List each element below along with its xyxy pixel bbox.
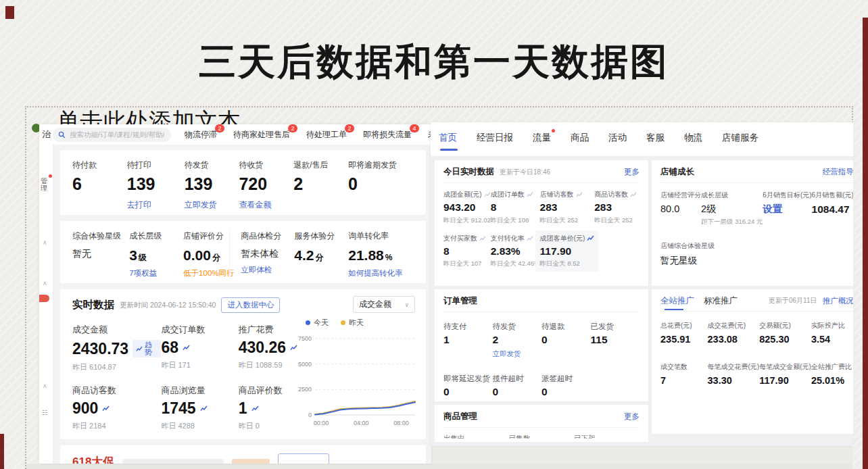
- tab-products[interactable]: 商品: [571, 122, 589, 153]
- promo-618-label: 618大促: [72, 454, 114, 464]
- mini-chart-icon[interactable]: [251, 405, 259, 412]
- chevron-up-icon[interactable]: ∧: [43, 382, 47, 389]
- clipped-text: [122, 459, 224, 464]
- notify-dot: [552, 129, 555, 132]
- stat-product-visitors: 商品访客数283昨日全天 252: [594, 190, 640, 225]
- product-management-card: 商品管理 更多 出售中 已售数 已下架: [435, 405, 648, 442]
- svg-text:08:00: 08:00: [393, 420, 409, 426]
- mini-chart-icon[interactable]: [102, 405, 110, 412]
- tab-traffic[interactable]: 流量: [533, 122, 551, 153]
- guidance-link[interactable]: 经营指导: [823, 167, 853, 177]
- stat-paying-buyers: 支付买家数8昨日全天 107: [443, 234, 491, 269]
- tab-shop-services[interactable]: 店铺服务: [722, 122, 758, 153]
- clipped-text: [232, 459, 270, 464]
- stat-pending-payment: 待付款6: [72, 159, 127, 211]
- more-link[interactable]: 更多: [624, 167, 640, 177]
- tab-logistics[interactable]: 物流: [684, 122, 702, 153]
- stat-refund-aftersale: 退款/售后2: [293, 159, 348, 211]
- stat-to-print: 待打印139去打印: [127, 159, 185, 211]
- tab-home[interactable]: 首页: [439, 122, 457, 153]
- stat-deal-count: 成交笔数7: [660, 362, 708, 386]
- sidebar-red-badge: [39, 295, 49, 302]
- mini-chart-icon[interactable]: [183, 345, 190, 351]
- menu-item-traffic-loss[interactable]: 即将损失流量4: [363, 129, 412, 141]
- metric-product-views: 商品浏览量1745昨日 4288: [161, 385, 238, 431]
- search-box[interactable]: [53, 128, 171, 142]
- stat-avg-order-value: 成团客单价(元)117.90昨日全天 8.52: [535, 230, 600, 272]
- left-dashboard: 治 物流停滞2 待商家处理售后2 待处理工单2 即将损失流量4 未读站内信68 …: [39, 124, 431, 464]
- sidebar-notify-dot: [49, 174, 52, 178]
- stat-to-ship: 待发货2立即发货: [493, 322, 542, 359]
- stat-to-ship: 待发货139立即发货: [185, 159, 239, 211]
- metric-dropdown[interactable]: 成交金额∨: [353, 296, 415, 313]
- clipped-label: 已售数: [509, 434, 575, 439]
- data-center-button[interactable]: 进入数据中心: [221, 297, 280, 313]
- view-amount-link[interactable]: 查看金额: [239, 199, 293, 211]
- tab-standard-promo[interactable]: 标准推广: [704, 295, 738, 312]
- ship-now-link[interactable]: 立即发货: [185, 199, 239, 211]
- realtime-chart: 今天 昨天 025005000750000:0004:0008:00: [295, 318, 420, 432]
- stat-pay-conversion: 支付转化率2.83%昨日全天 42.46%: [491, 234, 540, 269]
- metric-orders: 成交订单数68昨日 171: [161, 324, 238, 372]
- search-input[interactable]: [68, 130, 166, 139]
- menu-item-logistics-stalled[interactable]: 物流停滞2: [185, 129, 217, 141]
- stat-delivery-timeout: 派签超时0: [541, 374, 591, 397]
- frame-corner-topleft: [5, 6, 14, 19]
- stat-pending-pay: 待支付1: [443, 322, 493, 359]
- go-print-link[interactable]: 去打印: [127, 199, 185, 211]
- promo-banner-618: 618大促: [60, 445, 426, 464]
- svg-text:04:00: 04:00: [354, 420, 369, 426]
- chart-legend: 今天 昨天: [306, 318, 420, 328]
- legend-yesterday-dot: [341, 320, 345, 325]
- promo-overview-link[interactable]: 推广概况: [823, 296, 853, 306]
- chevron-up-icon[interactable]: ∧: [43, 280, 47, 287]
- slide-title: 三天后数据和第一天数据图: [0, 37, 868, 87]
- shop-growth-card: 店铺成长 经营指导 店铺经营评分80.0 成长层级2级距下一层级 316.24 …: [652, 160, 853, 286]
- menu-item-pending-aftersale[interactable]: 待商家处理售后2: [233, 129, 290, 141]
- trend-button[interactable]: 趋势: [132, 340, 161, 357]
- clipped-label: 出售中: [443, 434, 509, 439]
- stat-promo-ratio: 全站推广费比25.01%: [811, 362, 853, 386]
- badge: 4: [410, 124, 419, 132]
- stat-month-sales: 6月销售额(元)1084.47: [812, 191, 853, 226]
- menu-item-pending-ticket[interactable]: 待处理工单2: [306, 129, 347, 141]
- search-icon: [58, 131, 66, 139]
- chevron-up-icon[interactable]: ∧: [43, 239, 47, 246]
- mini-chart-icon[interactable]: [200, 405, 208, 412]
- svg-text:2500: 2500: [298, 386, 312, 393]
- tab-sitewide-promo[interactable]: 全站推广: [660, 295, 694, 312]
- more-link[interactable]: 更多: [624, 412, 640, 422]
- left-topbar: 治 物流停滞2 待商家处理售后2 待处理工单2 即将损失流量4 未读站内信68 …: [39, 124, 431, 145]
- sidebar-item-manage[interactable]: 管理: [41, 177, 53, 192]
- tab-daily-report[interactable]: 经营日报: [477, 122, 513, 153]
- check-now-link[interactable]: 立即体检: [241, 265, 294, 275]
- promo-banner-button[interactable]: [278, 453, 329, 464]
- metric-gmv: 成交金额2430.73趋势昨日 6104.87: [72, 324, 161, 372]
- stat-shop-visitors: 店铺访客数283昨日全天 252: [540, 190, 595, 225]
- stat-shipped: 已发货115: [591, 322, 640, 359]
- stat-growth-level: 成长层级3级7项权益: [129, 230, 183, 278]
- ship-now-link[interactable]: 立即发货: [493, 349, 542, 359]
- topbar-menu: 物流停滞2 待商家处理售后2 待处理工单2 即将损失流量4 未读站内信68: [185, 129, 431, 141]
- promotion-card: 全站推广 标准推广 更新于06月11日 推广概况 总花费(元)235.91 成交…: [652, 289, 853, 434]
- tab-service[interactable]: 客服: [646, 122, 665, 153]
- stat-deal-cost: 成交花费(元)233.08: [708, 321, 760, 345]
- stat-service-score: 服务体验分4.2分: [294, 230, 348, 278]
- metric-product-visitors: 商品访客数900昨日 2184: [72, 385, 161, 431]
- tab-activities[interactable]: 活动: [608, 122, 627, 153]
- slide-page: 三天后数据和第一天数据图 单击此处添加文本 治 物流停滞2 待商家处理售后2 待…: [0, 0, 868, 469]
- clipped-label: 已下架: [574, 434, 640, 439]
- set-target-link[interactable]: 设置: [763, 204, 811, 214]
- improve-conversion-link[interactable]: 如何提高转化率: [348, 268, 414, 278]
- right-dashboard: 首页 经营日报 流量 商品 活动 客服 物流 店铺服务 今日实时数据 更新于今日…: [431, 122, 853, 446]
- svg-text:00:00: 00:00: [314, 420, 329, 426]
- stat-delay-ship: 即将延迟发货0: [443, 374, 493, 397]
- stat-total-cost: 总花费(元)235.91: [660, 321, 708, 345]
- sidebar-misc-icon[interactable]: ☷: [42, 410, 47, 416]
- stat-group-amount: 成团金额(元)943.20昨日全天 912.02: [443, 190, 491, 225]
- chevron-down-icon: ∨: [404, 301, 409, 308]
- stat-growth-level: 成长层级2级距下一层级 316.24 元: [701, 191, 763, 226]
- legend-today-dot: [306, 320, 310, 325]
- stat-pending-refund: 待退款0: [541, 322, 591, 359]
- benefits-link[interactable]: 7项权益: [129, 268, 183, 278]
